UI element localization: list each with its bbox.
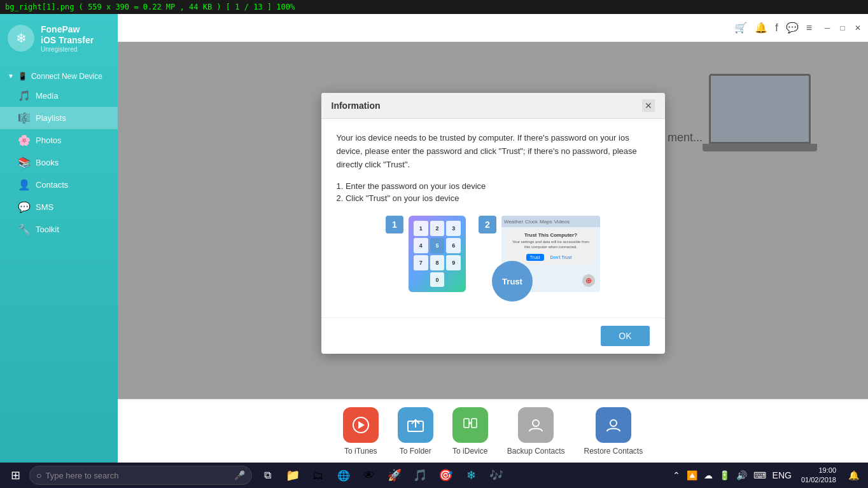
contacts-icon: 👤 — [18, 179, 31, 191]
action-restore-contacts[interactable]: Restore Contacts — [584, 407, 643, 456]
brand-text: FonePaw iOS Transfer Unregistered — [41, 24, 94, 53]
svg-point-5 — [610, 420, 617, 426]
menu-icon[interactable]: ≡ — [806, 22, 812, 34]
playlists-icon: 🎼 — [18, 112, 31, 124]
keyboard-icon[interactable]: ⌨ — [752, 470, 768, 480]
sidebar-item-contacts[interactable]: 👤 Contacts — [0, 174, 118, 196]
folder-label: To Folder — [400, 447, 431, 456]
sidebar: ❄ FonePaw iOS Transfer Unregistered ▼ 📱 … — [0, 14, 118, 463]
microphone-icon[interactable]: 🎤 — [234, 470, 245, 480]
lang-label[interactable]: ENG — [771, 470, 794, 480]
maximize-button[interactable]: □ — [837, 23, 848, 33]
facebook-icon[interactable]: f — [775, 22, 778, 34]
pin-key-0: 0 — [430, 272, 445, 288]
sidebar-item-media[interactable]: 🎵 Media — [0, 85, 118, 107]
modal-footer: OK — [321, 317, 665, 354]
connect-label: Connect New Device — [31, 72, 102, 81]
minimize-button[interactable]: ─ — [822, 23, 832, 33]
modal-close-button[interactable]: ✕ — [642, 99, 655, 112]
modal-overlay: Information ✕ Your ios device needs to b… — [118, 42, 868, 399]
sidebar-playlists-label: Playlists — [36, 113, 66, 123]
pin-pad: 1 2 3 4 5 6 7 8 9 0 — [409, 216, 466, 292]
brand-logo: ❄ — [8, 25, 34, 52]
taskbar-rocket[interactable]: 🚀 — [383, 464, 406, 487]
search-input[interactable]: Type here to search — [45, 471, 230, 480]
taskbar-eye[interactable]: 👁 — [358, 464, 381, 487]
taskbar-chrome[interactable]: 🌐 — [332, 464, 355, 487]
pin-key-4: 4 — [414, 238, 428, 253]
toolkit-icon: 🔧 — [18, 223, 31, 235]
step2-block: 2 Weather Clock Maps Videos — [479, 216, 600, 292]
idevice-label: To iDevice — [452, 447, 487, 456]
taskbar-explorer[interactable]: 📁 — [281, 464, 304, 487]
title-bar: bg_right[1].png ( 559 x 390 = 0.22 MP , … — [0, 0, 868, 14]
volume-icon[interactable]: 🔊 — [734, 470, 749, 480]
start-button[interactable]: ⊞ — [3, 464, 28, 487]
chat-icon[interactable]: 💬 — [786, 22, 799, 34]
sidebar-item-toolkit[interactable]: 🔧 Toolkit — [0, 218, 118, 241]
ok-button[interactable]: OK — [601, 326, 649, 346]
action-to-itunes[interactable]: To iTunes — [343, 407, 379, 456]
action-backup-contacts[interactable]: Backup Contacts — [507, 407, 565, 456]
cloud-icon[interactable]: ☁ — [702, 470, 715, 480]
trust-dialog-title: Trust This Computer? — [512, 232, 590, 238]
modal-header: Information ✕ — [321, 93, 665, 119]
phone-icon-videos: Videos — [554, 219, 570, 225]
close-button[interactable]: ✕ — [853, 23, 863, 33]
pin-key-8: 8 — [430, 255, 445, 270]
sidebar-media-label: Media — [36, 91, 58, 101]
action-to-folder[interactable]: To Folder — [398, 407, 433, 456]
taskbar-clock: 19:00 01/02/2018 — [796, 466, 841, 485]
idevice-icon — [452, 407, 488, 443]
sidebar-item-books[interactable]: 📚 Books — [0, 151, 118, 174]
action-to-idevice[interactable]: To iDevice — [452, 407, 488, 456]
books-icon: 📚 — [18, 157, 31, 169]
step1-block: 1 1 2 3 4 5 6 7 8 9 — [386, 216, 466, 292]
arrow-icon: ▼ — [8, 73, 14, 80]
network-icon[interactable]: 🔼 — [685, 470, 699, 480]
sidebar-item-playlists[interactable]: 🎼 Playlists — [0, 107, 118, 129]
search-icon: ○ — [36, 470, 41, 480]
taskbar-music[interactable]: 🎶 — [485, 464, 508, 487]
cart-icon[interactable]: 🛒 — [734, 22, 747, 34]
fingerprint-icon: ⊕ — [582, 274, 595, 287]
sidebar-item-sms[interactable]: 💬 SMS — [0, 196, 118, 218]
taskbar-vlc[interactable]: 🎵 — [409, 464, 431, 487]
trust-button[interactable]: Trust — [526, 254, 544, 261]
sidebar-item-photos[interactable]: 🌸 Photos — [0, 129, 118, 151]
app-top-bar: 🛒 🔔 f 💬 ≡ ─ □ ✕ — [118, 14, 868, 42]
backup-icon — [518, 407, 554, 443]
clock-date: 01/02/2018 — [801, 475, 836, 485]
sidebar-contacts-label: Contacts — [36, 180, 68, 190]
chevron-icon[interactable]: ⌃ — [671, 470, 682, 480]
action-bar: To iTunes To Folder To iDevice Backup Co… — [118, 399, 868, 463]
sidebar-photos-label: Photos — [36, 136, 61, 145]
sidebar-toolkit-label: Toolkit — [36, 225, 59, 234]
taskbar-icons: ⧉ 📁 🗂 🌐 👁 🚀 🎵 🎯 ❄ 🎶 — [256, 464, 508, 487]
pin-key-empty — [414, 272, 428, 288]
trust-dialog-text: Your settings and data will be accessibl… — [512, 240, 590, 250]
modal-steps: 1. Enter the password on your ios device… — [337, 181, 650, 203]
sidebar-sms-label: SMS — [36, 202, 53, 212]
svg-point-4 — [533, 420, 539, 426]
notification-button[interactable]: 🔔 — [844, 464, 863, 487]
bell-icon[interactable]: 🔔 — [755, 22, 767, 34]
taskbar-fonepaw[interactable]: ❄ — [459, 464, 482, 487]
taskbar-red-app[interactable]: 🎯 — [434, 464, 457, 487]
phone-icon-weather: Weather — [504, 219, 523, 225]
dont-trust-button[interactable]: Don't Trust — [547, 254, 576, 261]
content-area: ment... Information ✕ Your ios device ne… — [118, 42, 868, 399]
battery-icon[interactable]: 🔋 — [717, 470, 732, 480]
step2-number: 2 — [479, 216, 496, 234]
sidebar-section-connect[interactable]: ▼ 📱 Connect New Device — [0, 68, 118, 85]
taskbar-files[interactable]: 🗂 — [307, 464, 330, 487]
header-icons: 🛒 🔔 f 💬 ≡ — [734, 22, 812, 34]
trust-block: Weather Clock Maps Videos Trust This Com… — [501, 216, 600, 292]
taskbar: ⊞ ○ Type here to search 🎤 ⧉ 📁 🗂 🌐 👁 🚀 🎵 … — [0, 463, 868, 488]
main-content: 🛒 🔔 f 💬 ≡ ─ □ ✕ ment... Information — [118, 14, 868, 463]
pin-key-del — [446, 272, 461, 288]
pin-key-7: 7 — [414, 255, 428, 270]
itunes-icon — [343, 407, 379, 443]
task-view-button[interactable]: ⧉ — [256, 464, 279, 487]
search-bar[interactable]: ○ Type here to search 🎤 — [29, 466, 252, 485]
